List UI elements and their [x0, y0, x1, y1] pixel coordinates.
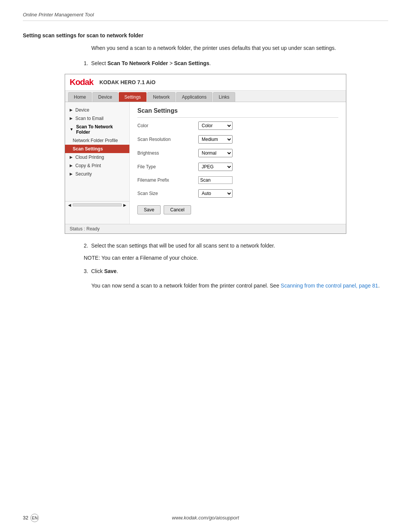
ui-body: ▶ Device ▶ Scan to Email ▼ Scan To Netwo… [65, 102, 346, 224]
step-2-block: 2. Select the scan settings that will be… [84, 241, 388, 262]
form-row-filename-prefix: Filename Prefix [137, 176, 338, 184]
kodak-model: KODAK HERO 7.1 AiO [99, 79, 155, 85]
sidebar-item-device[interactable]: ▶ Device [65, 106, 129, 114]
kodak-header: Kodak KODAK HERO 7.1 AiO [65, 74, 346, 91]
label-scan-resolution: Scan Resolution [137, 137, 198, 142]
label-file-type: File Type [137, 164, 198, 169]
tab-settings[interactable]: Settings [119, 92, 147, 102]
ui-screenshot: Kodak KODAK HERO 7.1 AiO Home Device Set… [65, 74, 346, 234]
scroll-left-icon[interactable]: ◀ [68, 203, 71, 207]
status-bar: Status : Ready [65, 224, 346, 233]
sidebar-scrollbar: ◀ ▶ [65, 201, 129, 209]
label-color: Color [137, 123, 198, 128]
sidebar-item-security[interactable]: ▶ Security [65, 170, 129, 178]
select-file-type[interactable]: JPEG PDF TIFF [198, 163, 233, 171]
cancel-button[interactable]: Cancel [164, 205, 191, 214]
scroll-right-icon[interactable]: ▶ [123, 203, 126, 207]
post-text-block: You can now send a scan to a network fol… [91, 281, 388, 290]
scrollbar-track[interactable] [73, 203, 122, 206]
form-row-color: Color Color Black & White Grayscale [137, 121, 338, 130]
label-scan-size: Scan Size [137, 191, 198, 196]
form-row-brightness: Brightness Dark Normal Light [137, 149, 338, 157]
scanning-link[interactable]: Scanning from the control panel, page 81 [281, 283, 378, 289]
sidebar: ▶ Device ▶ Scan to Email ▼ Scan To Netwo… [65, 102, 130, 224]
page-number: 32 [23, 515, 28, 521]
kodak-logo: Kodak [70, 77, 93, 87]
footer-url: www.kodak.com/go/aiosupport [172, 515, 239, 521]
label-filename-prefix: Filename Prefix [137, 177, 198, 183]
header-title: Online Printer Management Tool [23, 12, 94, 18]
step-1: 1. Select Scan To Network Folder > Scan … [84, 59, 388, 67]
select-scan-resolution[interactable]: Low Medium High [198, 135, 233, 144]
nav-tabs: Home Device Settings Network Application… [65, 91, 346, 102]
note-text: NOTE: You can enter a Filename of your c… [84, 254, 388, 262]
tab-home[interactable]: Home [68, 92, 92, 102]
main-panel: Scan Settings Color Color Black & White … [130, 102, 346, 224]
select-color[interactable]: Color Black & White Grayscale [198, 121, 233, 130]
page-header: Online Printer Management Tool [23, 11, 388, 21]
button-row: Save Cancel [137, 205, 338, 214]
form-row-file-type: File Type JPEG PDF TIFF [137, 163, 338, 171]
sidebar-item-scan-network-folder[interactable]: ▼ Scan To Network Folder [65, 123, 129, 136]
sidebar-item-scan-settings[interactable]: Scan Settings [65, 145, 129, 153]
page-number-block: 32 EN [23, 514, 39, 522]
form-row-scan-resolution: Scan Resolution Low Medium High [137, 135, 338, 144]
sidebar-item-scan-email[interactable]: ▶ Scan to Email [65, 114, 129, 123]
tab-applications[interactable]: Applications [176, 92, 212, 102]
tab-device[interactable]: Device [92, 92, 118, 102]
form-row-scan-size: Scan Size Auto Letter A4 [137, 189, 338, 198]
page-footer: 32 EN www.kodak.com/go/aiosupport [0, 515, 411, 521]
lang-badge: EN [30, 514, 39, 522]
label-brightness: Brightness [137, 150, 198, 156]
input-filename-prefix[interactable] [198, 176, 233, 184]
step-3: 3. Click Save. [84, 267, 388, 275]
section-heading: Setting scan settings for scan to networ… [23, 32, 388, 38]
sidebar-item-copy-print[interactable]: ▶ Copy & Print [65, 161, 129, 170]
tab-links[interactable]: Links [213, 92, 235, 102]
select-scan-size[interactable]: Auto Letter A4 [198, 189, 233, 198]
save-button[interactable]: Save [137, 205, 161, 214]
sidebar-item-network-folder-profile[interactable]: Network Folder Profile [65, 136, 129, 145]
panel-title: Scan Settings [137, 107, 338, 118]
tab-network[interactable]: Network [147, 92, 175, 102]
select-brightness[interactable]: Dark Normal Light [198, 149, 233, 157]
status-text: Status : Ready [70, 226, 100, 232]
sidebar-item-cloud-printing[interactable]: ▶ Cloud Printing [65, 153, 129, 161]
intro-text: When you send a scan to a network folder… [91, 44, 388, 52]
